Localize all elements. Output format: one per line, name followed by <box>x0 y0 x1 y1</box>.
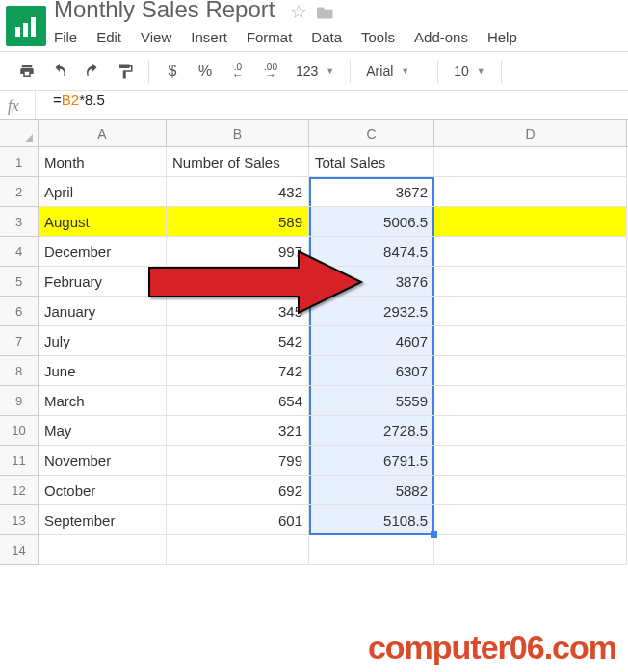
currency-button[interactable]: $ <box>159 58 186 85</box>
row-header[interactable]: 14 <box>0 535 39 565</box>
menu-tools[interactable]: Tools <box>361 29 395 45</box>
col-header-a[interactable]: A <box>39 120 167 146</box>
formula-input[interactable]: =B2*8.5 <box>35 91 628 119</box>
font-size-select[interactable]: 10▼ <box>448 64 491 79</box>
row-header[interactable]: 4 <box>0 237 39 267</box>
cell[interactable] <box>434 446 627 476</box>
cell[interactable]: 692 <box>167 476 309 505</box>
row-header[interactable]: 3 <box>0 207 39 237</box>
number-format-button[interactable]: 123▼ <box>290 64 340 79</box>
cell[interactable]: 5559 <box>309 386 434 416</box>
cell[interactable]: 345 <box>167 297 309 326</box>
cell[interactable]: 542 <box>167 326 309 356</box>
cell[interactable]: January <box>39 297 167 326</box>
cell[interactable] <box>309 535 434 565</box>
cell[interactable]: 321 <box>167 416 309 446</box>
redo-icon[interactable] <box>79 58 106 85</box>
cell[interactable]: August <box>39 207 167 237</box>
cell[interactable]: 456 <box>167 267 309 297</box>
menu-help[interactable]: Help <box>487 29 517 45</box>
cell[interactable] <box>434 386 627 416</box>
row-header[interactable]: 10 <box>0 416 39 446</box>
row-header[interactable]: 6 <box>0 297 39 326</box>
cell[interactable]: July <box>39 326 167 356</box>
cell[interactable]: April <box>39 177 167 207</box>
cell[interactable] <box>434 476 627 505</box>
cell[interactable] <box>434 326 627 356</box>
folder-icon[interactable] <box>317 4 334 19</box>
cell[interactable]: December <box>39 237 167 267</box>
cell[interactable]: 2728.5 <box>309 416 434 446</box>
cell[interactable]: May <box>39 416 167 446</box>
cell[interactable] <box>39 535 167 565</box>
cell[interactable]: 432 <box>167 177 309 207</box>
cell[interactable]: 6791.5 <box>309 446 434 476</box>
menu-insert[interactable]: Insert <box>191 29 227 45</box>
undo-icon[interactable] <box>46 58 73 85</box>
cell[interactable]: 2932.5 <box>309 297 434 326</box>
doc-title[interactable]: Monthly Sales Report <box>54 0 275 23</box>
row-header[interactable]: 8 <box>0 356 39 386</box>
col-header-d[interactable]: D <box>434 120 627 146</box>
col-header-b[interactable]: B <box>167 120 309 146</box>
cell[interactable]: 3876 <box>309 267 434 297</box>
cell[interactable]: 5108.5 <box>309 505 434 535</box>
cell[interactable]: November <box>39 446 167 476</box>
cell[interactable] <box>434 356 627 386</box>
star-icon[interactable]: ☆ <box>290 0 307 23</box>
cell[interactable]: 5882 <box>309 476 434 505</box>
row-header[interactable]: 13 <box>0 505 39 535</box>
col-header-c[interactable]: C <box>309 120 434 146</box>
menu-format[interactable]: Format <box>247 29 293 45</box>
cell[interactable]: 8474.5 <box>309 237 434 267</box>
menu-addons[interactable]: Add-ons <box>414 29 468 45</box>
menu-edit[interactable]: Edit <box>96 29 121 45</box>
menu-data[interactable]: Data <box>311 29 342 45</box>
fill-handle[interactable] <box>431 531 437 538</box>
cell[interactable]: 997 <box>167 237 309 267</box>
cell[interactable] <box>434 416 627 446</box>
cell[interactable]: 654 <box>167 386 309 416</box>
cell[interactable] <box>167 535 309 565</box>
cell[interactable]: 5006.5 <box>309 207 434 237</box>
inc-decimal-button[interactable]: .00 → <box>257 58 284 85</box>
cell[interactable]: 589 <box>167 207 309 237</box>
row-header[interactable]: 5 <box>0 267 39 297</box>
row-header[interactable]: 7 <box>0 326 39 356</box>
select-all-corner[interactable] <box>0 120 39 146</box>
cell[interactable] <box>434 207 627 237</box>
cell[interactable] <box>434 177 627 207</box>
cell[interactable] <box>434 505 627 535</box>
cell[interactable]: February <box>39 267 167 297</box>
cell[interactable]: Total Sales <box>309 147 434 177</box>
cell[interactable] <box>434 237 627 267</box>
cell[interactable] <box>434 535 627 565</box>
font-select[interactable]: Arial▼ <box>360 64 428 79</box>
cell[interactable]: June <box>39 356 167 386</box>
row-header[interactable]: 11 <box>0 446 39 476</box>
cell[interactable]: 742 <box>167 356 309 386</box>
cell[interactable]: 799 <box>167 446 309 476</box>
percent-button[interactable]: % <box>192 58 219 85</box>
row-header[interactable]: 2 <box>0 177 39 207</box>
cell[interactable]: October <box>39 476 167 505</box>
cell[interactable]: September <box>39 505 167 535</box>
row-header[interactable]: 9 <box>0 386 39 416</box>
cell[interactable]: 3672 <box>309 177 434 207</box>
cell[interactable]: 6307 <box>309 356 434 386</box>
cell[interactable]: 4607 <box>309 326 434 356</box>
menu-file[interactable]: File <box>54 29 77 45</box>
cell[interactable]: March <box>39 386 167 416</box>
print-icon[interactable] <box>13 58 40 85</box>
cell[interactable] <box>434 147 627 177</box>
dec-decimal-button[interactable]: .0 ← <box>224 58 251 85</box>
menu-view[interactable]: View <box>141 29 171 45</box>
cell[interactable] <box>434 267 627 297</box>
cell[interactable] <box>434 297 627 326</box>
paint-format-icon[interactable] <box>112 58 139 85</box>
row-header[interactable]: 1 <box>0 147 39 177</box>
cell[interactable]: Number of Sales <box>167 147 309 177</box>
cell[interactable]: Month <box>39 147 167 177</box>
row-header[interactable]: 12 <box>0 476 39 505</box>
cell[interactable]: 601 <box>167 505 309 535</box>
